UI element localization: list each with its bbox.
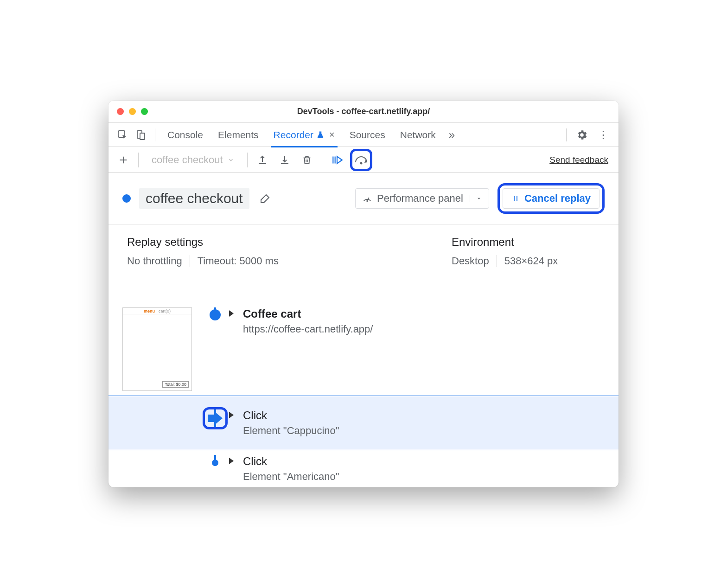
send-feedback-link[interactable]: Send feedback [549,155,613,165]
environment-heading: Environment [452,236,600,249]
replay-settings: Replay settings No throttling Timeout: 5… [127,236,452,267]
recorder-toolbar: coffee checkout Send feedback [108,147,619,173]
close-window-button[interactable] [117,108,124,115]
traffic-lights [117,108,148,115]
performance-panel-label: Performance panel [377,192,463,205]
step-title: Coffee cart [243,307,605,320]
device-toolbar-icon[interactable] [133,127,149,143]
pause-icon [511,194,520,203]
tab-elements[interactable]: Elements [211,123,265,147]
timeout-value[interactable]: Timeout: 5000 ms [198,255,279,267]
tab-network[interactable]: Network [394,123,442,147]
separator [322,153,322,167]
steps-timeline: menucart(0) Total: $0.00 Coffee cart htt… [108,284,619,487]
separator [566,128,567,141]
import-button[interactable] [275,151,294,169]
minimize-window-button[interactable] [129,108,136,115]
recording-selector-value: coffee checkout [152,154,223,166]
step-over-highlight [350,149,372,171]
device-value: Desktop [452,255,489,267]
settings-gear-icon[interactable] [572,129,592,141]
settings-row: Replay settings No throttling Timeout: 5… [108,224,619,284]
replay-settings-heading: Replay settings [127,236,452,249]
chevron-down-icon [470,195,482,202]
step-thumbnail: menucart(0) Total: $0.00 [122,307,192,391]
kebab-menu-icon[interactable]: ⋮ [593,129,613,141]
step-subtitle: https://coffee-cart.netlify.app/ [243,323,605,335]
new-recording-button[interactable] [114,151,133,169]
delete-button[interactable] [298,151,316,169]
tab-label: Console [167,129,203,141]
devtools-tabbar: Console Elements Recorder × Sources Netw… [108,123,619,147]
viewport-value: 538×624 px [504,255,558,267]
step-row[interactable]: menucart(0) Total: $0.00 Coffee cart htt… [108,303,619,396]
tab-label: Sources [350,129,385,141]
devtools-window: DevTools - coffee-cart.netlify.app/ Cons… [108,101,619,487]
window-title: DevTools - coffee-cart.netlify.app/ [108,107,619,116]
cancel-replay-button[interactable]: Cancel replay [503,188,599,209]
separator [247,153,248,167]
recording-status-dot [122,194,131,203]
tab-label: Recorder [274,129,313,141]
expand-step-icon[interactable] [229,307,243,319]
throttling-value[interactable]: No throttling [127,255,182,267]
expand-step-icon[interactable] [229,455,243,466]
environment-settings: Environment Desktop 538×624 px [452,236,600,267]
chevron-down-icon [228,157,234,163]
step-subtitle: Element "Americano" [243,471,605,483]
tab-sources[interactable]: Sources [343,123,392,147]
export-button[interactable] [253,151,272,169]
inspect-element-icon[interactable] [114,127,131,143]
svg-rect-2 [140,133,145,140]
step-title: Click [243,455,605,468]
separator [497,255,497,267]
separator [155,128,155,141]
recording-selector[interactable]: coffee checkout [144,151,242,169]
svg-point-3 [360,162,362,164]
cancel-replay-highlight: Cancel replay [497,183,605,214]
timeline-pending-dot [212,460,218,466]
step-subtitle: Element "Cappucino" [243,425,605,437]
flask-icon [316,131,325,139]
tab-label: Network [400,129,436,141]
step-row-current[interactable]: Click Element "Cappucino" [108,396,619,450]
cancel-replay-label: Cancel replay [524,192,591,205]
current-step-marker-highlight [203,407,228,429]
timeline-start-dot [210,309,221,320]
tab-recorder[interactable]: Recorder × [267,123,341,147]
close-tab-icon[interactable]: × [329,129,335,140]
step-row[interactable]: Click Element "Americano" [108,450,619,487]
more-tabs-button[interactable]: » [444,128,459,141]
replay-button[interactable] [328,151,346,169]
titlebar: DevTools - coffee-cart.netlify.app/ [108,101,619,123]
recording-header: coffee checkout Performance panel Cancel… [108,173,619,224]
recording-title[interactable]: coffee checkout [139,188,249,209]
step-over-button[interactable] [353,152,369,168]
current-step-arrow-icon [208,412,223,424]
edit-title-icon[interactable] [260,193,271,204]
tab-console[interactable]: Console [161,123,210,147]
performance-panel-select[interactable]: Performance panel [355,188,489,209]
maximize-window-button[interactable] [141,108,148,115]
step-title: Click [243,409,605,422]
separator [138,153,139,167]
tab-label: Elements [218,129,259,141]
svg-point-4 [366,200,368,202]
expand-step-icon[interactable] [229,409,243,420]
gauge-icon [362,193,372,204]
separator [190,255,190,267]
